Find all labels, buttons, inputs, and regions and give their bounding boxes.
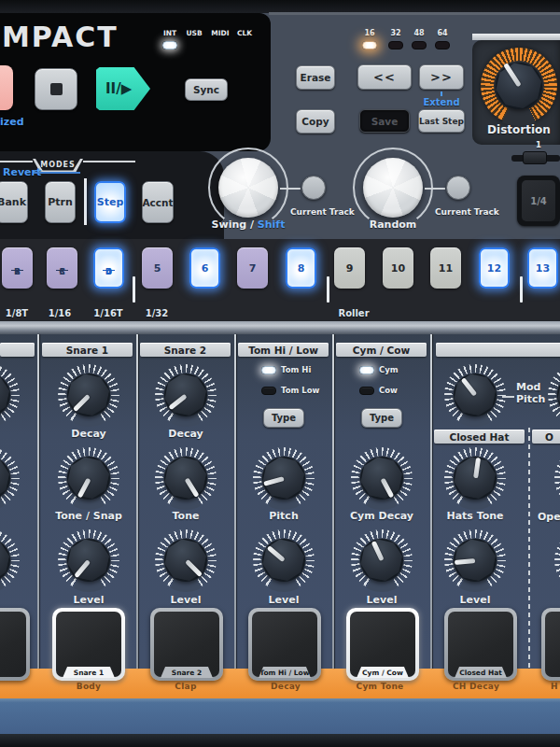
ch-level-knob[interactable]	[444, 529, 506, 591]
drum-machine-panel: MPACT INT USB MIDI CLK II/▶ Sync ized 16…	[0, 0, 560, 747]
snare1-decay-knob[interactable]	[58, 364, 119, 426]
random-knob[interactable]	[353, 148, 433, 228]
fm-knob-fragment[interactable]	[548, 364, 560, 426]
pad-tom[interactable]: Tom Hi / Low	[248, 608, 321, 681]
channel-header-snare2: Snare 2	[140, 343, 231, 357]
snare2-level-label: Level	[171, 594, 202, 606]
ch-level-label: Level	[460, 594, 491, 606]
ptrn-button[interactable]: Ptrn	[45, 181, 76, 223]
channel-header-partial-left	[0, 343, 35, 357]
random-connector	[425, 188, 445, 190]
tom-pitch-knob[interactable]	[253, 447, 315, 509]
snare1-level-knob[interactable]	[58, 529, 119, 591]
clock-label-clk: CLK	[237, 29, 252, 37]
pad-cym[interactable]: Cym / Cow	[346, 608, 419, 681]
copy-button[interactable]: Copy	[296, 109, 335, 134]
step-mode-button[interactable]: Step	[94, 181, 126, 223]
step-pad-10[interactable]: 10	[383, 247, 413, 289]
swing-current-track-button[interactable]	[301, 176, 326, 200]
record-button[interactable]	[0, 65, 13, 110]
pad-snare-1[interactable]: Snare 1	[52, 608, 125, 681]
left-strip-knob-fragment[interactable]	[0, 447, 20, 509]
led-48	[412, 41, 427, 49]
snare2-level-knob[interactable]	[155, 529, 217, 591]
swing-shift-label: Swing / Shift	[212, 218, 286, 231]
open-hat-level-fragment[interactable]	[554, 529, 560, 591]
cym-level-label: Level	[367, 594, 398, 606]
timing-label-32: 1/32	[146, 308, 169, 318]
step-pad-3[interactable]: C3	[47, 247, 77, 289]
step-pad-13[interactable]: 13	[527, 247, 558, 289]
snare2-decay-knob[interactable]	[155, 364, 217, 426]
distortion-knob[interactable]	[481, 48, 557, 124]
strip-divider	[430, 334, 432, 669]
pad-closed-hat[interactable]: Closed Hat	[444, 608, 517, 681]
extend-label: Extend	[423, 97, 459, 107]
modes-divider	[84, 178, 87, 225]
step-group-tick-3	[520, 276, 523, 303]
sequencer-band	[0, 239, 560, 321]
random-current-track-button[interactable]	[446, 176, 470, 200]
led-label-64: 64	[437, 29, 447, 37]
led-label-32: 32	[390, 29, 400, 37]
roller-label: Roller	[338, 308, 369, 318]
accnt-button[interactable]: Accnt	[142, 181, 174, 223]
snare1-decay-label: Decay	[71, 428, 105, 440]
step-pad-11[interactable]: 11	[430, 247, 461, 289]
snare1-tone-snap-knob[interactable]	[58, 447, 119, 509]
tom-level-knob[interactable]	[253, 529, 315, 591]
quarter-pad[interactable]: 1/4	[517, 176, 560, 226]
cym-decay-label: Cym Decay	[350, 510, 413, 522]
step-pad-8[interactable]: 8	[286, 247, 316, 289]
slider-label: 1	[536, 140, 541, 149]
cym-type-button[interactable]: Type	[361, 408, 402, 428]
brand-logo: MPACT	[2, 21, 119, 53]
stop-icon	[50, 83, 63, 95]
modes-line-left	[0, 161, 33, 162]
tom-hi-led	[261, 366, 276, 374]
step-pad-12[interactable]: 12	[479, 247, 510, 289]
last-step-button[interactable]: Last Step	[418, 109, 465, 133]
erase-button[interactable]: Erase	[296, 65, 335, 90]
slider-handle[interactable]	[523, 151, 547, 164]
rewind-button[interactable]: <<	[357, 64, 412, 90]
clock-label-int: INT	[163, 29, 176, 37]
distortion-label: Distortion	[487, 123, 551, 136]
step-group-tick-2	[327, 276, 329, 303]
play-pause-icon: II/▶	[105, 80, 132, 97]
channel-header-open-hat-partial: O	[532, 430, 560, 444]
tom-type-button[interactable]: Type	[263, 408, 304, 428]
fm-mod-pitch-knob[interactable]	[444, 364, 506, 426]
step-pad-4[interactable]: D4	[93, 247, 124, 289]
pad-partial-left[interactable]	[0, 608, 30, 681]
channel-header-tom: Tom Hi / Low	[238, 343, 329, 357]
strip-divider	[136, 334, 138, 669]
step-pad-6[interactable]: 6	[189, 247, 220, 289]
save-button[interactable]: Save	[359, 109, 410, 133]
swing-shift-knob[interactable]	[208, 148, 288, 228]
pad-snare-2[interactable]: Snare 2	[150, 608, 223, 681]
snare2-tone-knob[interactable]	[155, 447, 217, 509]
step-pad-9[interactable]: 9	[334, 247, 365, 289]
bank-button[interactable]: Bank	[0, 181, 28, 223]
sync-button[interactable]: Sync	[185, 78, 228, 101]
step-pad-2[interactable]: B2	[2, 247, 33, 289]
timing-label-16: 1/16	[49, 308, 72, 318]
left-strip-knob-fragment[interactable]	[0, 364, 20, 426]
open-hat-knob-fragment[interactable]	[554, 447, 560, 509]
stop-button[interactable]	[35, 68, 77, 110]
step-pad-5[interactable]: 5	[142, 247, 173, 289]
forward-button[interactable]: >>	[419, 64, 464, 90]
random-current-track-label: Current Track	[435, 207, 482, 217]
clock-int-led	[162, 41, 177, 49]
step-pad-7[interactable]: 7	[237, 247, 268, 289]
hats-tone-knob[interactable]	[444, 447, 506, 509]
led-label-16: 16	[364, 29, 374, 37]
revert-line	[34, 172, 80, 174]
cow-led	[359, 387, 374, 395]
pad-partial-right[interactable]	[541, 608, 560, 681]
cym-level-knob[interactable]	[351, 529, 413, 591]
strip-label-decay: Decay	[271, 682, 301, 691]
left-strip-knob-fragment[interactable]	[0, 529, 20, 591]
cym-decay-knob[interactable]	[351, 447, 413, 509]
